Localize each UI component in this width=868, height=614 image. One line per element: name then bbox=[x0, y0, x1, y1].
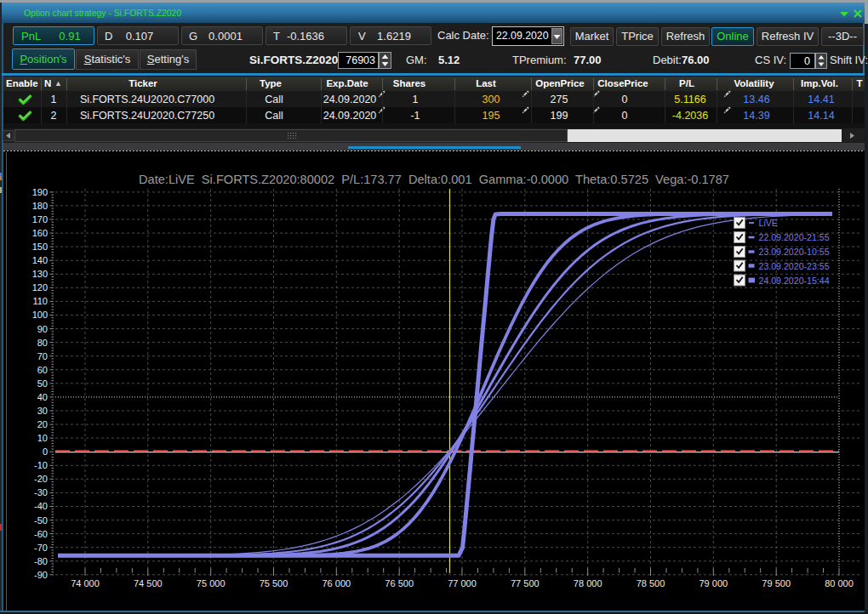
svg-text:-30: -30 bbox=[34, 487, 48, 497]
svg-text:180: 180 bbox=[32, 201, 48, 211]
svg-text:-70: -70 bbox=[34, 543, 48, 553]
svg-text:110: 110 bbox=[32, 296, 48, 306]
svg-text:190: 190 bbox=[32, 187, 48, 197]
svg-text:77 500: 77 500 bbox=[511, 578, 540, 588]
svg-text:120: 120 bbox=[32, 282, 48, 293]
svg-text:160: 160 bbox=[32, 228, 48, 238]
svg-text:0: 0 bbox=[43, 446, 48, 457]
svg-text:-20: -20 bbox=[34, 474, 48, 484]
svg-text:-60: -60 bbox=[34, 529, 48, 539]
svg-text:140: 140 bbox=[32, 255, 48, 265]
svg-text:76 500: 76 500 bbox=[385, 578, 414, 588]
svg-text:74 000: 74 000 bbox=[71, 578, 100, 588]
svg-text:Date:LiVE Si.FORTS.Z2020:8000: Date:LiVE Si.FORTS.Z2020:80002 P/L:173.7… bbox=[139, 173, 729, 186]
svg-text:-50: -50 bbox=[34, 515, 48, 526]
svg-text:-40: -40 bbox=[34, 501, 48, 511]
svg-text:90: 90 bbox=[37, 324, 48, 334]
svg-text:20: 20 bbox=[37, 419, 48, 429]
svg-text:24.09.2020-15:44: 24.09.2020-15:44 bbox=[759, 276, 830, 286]
svg-text:-10: -10 bbox=[34, 460, 48, 470]
svg-text:75 000: 75 000 bbox=[197, 578, 226, 588]
svg-text:75 500: 75 500 bbox=[260, 578, 288, 588]
svg-text:150: 150 bbox=[32, 242, 48, 252]
svg-text:22.09.2020-21:55: 22.09.2020-21:55 bbox=[759, 232, 830, 242]
svg-text:80 000: 80 000 bbox=[825, 578, 854, 588]
svg-text:80: 80 bbox=[37, 338, 48, 348]
svg-text:78 000: 78 000 bbox=[574, 578, 602, 588]
svg-text:40: 40 bbox=[37, 392, 48, 402]
svg-text:60: 60 bbox=[37, 365, 48, 375]
svg-text:10: 10 bbox=[37, 433, 48, 443]
svg-text:-90: -90 bbox=[34, 570, 48, 580]
svg-text:77 000: 77 000 bbox=[448, 578, 477, 588]
svg-text:78 500: 78 500 bbox=[637, 578, 665, 588]
svg-text:50: 50 bbox=[37, 378, 48, 389]
svg-text:23.09.2020-10:55: 23.09.2020-10:55 bbox=[759, 247, 830, 257]
svg-text:30: 30 bbox=[37, 406, 48, 416]
svg-text:23.09.2020-23:55: 23.09.2020-23:55 bbox=[759, 261, 830, 271]
svg-text:100: 100 bbox=[32, 310, 48, 320]
svg-text:74 500: 74 500 bbox=[134, 578, 163, 588]
svg-text:LiVE: LiVE bbox=[759, 218, 778, 228]
svg-text:70: 70 bbox=[37, 351, 48, 361]
svg-text:79 000: 79 000 bbox=[699, 578, 728, 588]
svg-text:170: 170 bbox=[32, 214, 48, 225]
svg-text:130: 130 bbox=[32, 269, 48, 279]
svg-text:76 000: 76 000 bbox=[322, 578, 351, 588]
svg-text:-80: -80 bbox=[34, 556, 48, 566]
svg-text:79 500: 79 500 bbox=[762, 578, 791, 588]
